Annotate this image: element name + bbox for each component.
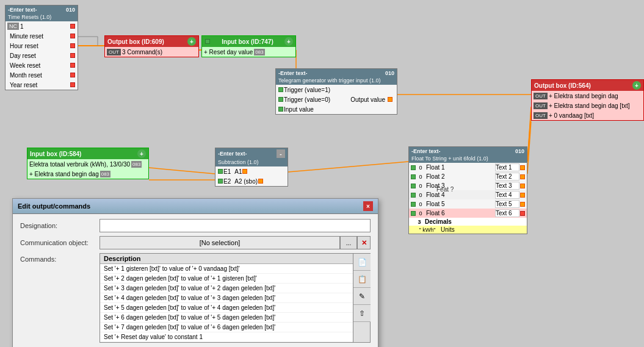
- input-584-title: Input box (ID:584): [30, 151, 81, 157]
- val-badge-584-1: 083: [131, 161, 142, 168]
- f4-text: Text 4: [495, 191, 519, 199]
- edit-output-dialog: Edit output/commands × Designation: Comm…: [12, 198, 378, 347]
- dialog-title: Edit output/commands: [18, 202, 90, 210]
- float-row-2: 0 Float 2 Text 2: [409, 172, 527, 181]
- commands-label: Commands:: [20, 253, 99, 263]
- telegram-inputs: Trigger (value=1) Trigger (value=0) Inpu…: [276, 85, 347, 114]
- node-output-609: Output box (ID:609) + OUT 3 Command(s): [104, 35, 199, 57]
- hour-reset-label: Hour reset: [7, 43, 38, 49]
- dialog-close-button[interactable]: ×: [363, 201, 373, 211]
- designation-input[interactable]: [99, 219, 371, 232]
- f1-text: Text 1: [495, 163, 519, 171]
- command-item-1[interactable]: Set '+ 1 gisteren [txt]' to value of '+ …: [100, 264, 353, 274]
- float-string-title: Float To String + unit 6fold (1.0): [409, 156, 527, 163]
- output-609-plus[interactable]: +: [187, 37, 196, 46]
- time-resets-title: Time Resets (1.0): [5, 14, 78, 21]
- port-f1: [411, 165, 416, 170]
- input-747-title: Input box (ID:747): [222, 38, 273, 45]
- out-badge-564-3: OUT: [534, 112, 548, 119]
- input-747-row: + Reset day value 083: [202, 47, 295, 57]
- cmd-btn-paste[interactable]: 📋: [353, 271, 371, 288]
- output-609-header: Output box (ID:609) +: [105, 36, 198, 47]
- port-year: [70, 82, 75, 87]
- f1-num: 0: [416, 165, 425, 171]
- commands-list: Description Set '+ 1 gisteren [txt]' to …: [99, 253, 353, 343]
- port-f2-out: [520, 174, 525, 179]
- node-float-string: -Enter text- 010 Float To String + unit …: [408, 146, 527, 234]
- f6-text: Text 6: [495, 209, 519, 217]
- node-subtraction: -Enter text- - Subtraction (1.0) E1 E2 A…: [215, 148, 288, 187]
- a2-label: A2 (sbo): [234, 178, 258, 185]
- cmd-btn-edit[interactable]: ✎: [353, 288, 371, 305]
- port-f3: [411, 184, 416, 188]
- command-item-5[interactable]: Set '+ 5 dagen geleden [txt]' to value o…: [100, 303, 353, 313]
- command-item-2[interactable]: Set '+ 2 dagen geleden [txt]' to value o…: [100, 274, 353, 284]
- dialog-body: Designation: Communication object: ... ✕…: [13, 214, 378, 347]
- dialog-titlebar: Edit output/commands ×: [13, 199, 378, 214]
- subtraction-minus[interactable]: -: [277, 149, 285, 158]
- feat-label: Feat ?: [436, 186, 454, 193]
- port-e2: [218, 179, 223, 184]
- f3-label: Float 3: [425, 182, 495, 189]
- cmd-btn-up[interactable]: ⇧: [353, 305, 371, 322]
- units-num: " kWh": [415, 227, 440, 233]
- commands-row: Commands: Description Set '+ 1 gisteren …: [20, 253, 371, 343]
- communication-dots-button[interactable]: ...: [340, 236, 357, 249]
- command-item-7[interactable]: Set '+ 7 dagen geleden [txt]' to value o…: [100, 323, 353, 332]
- input-584-plus[interactable]: +: [137, 149, 146, 158]
- day-reset-row: Day reset: [5, 51, 78, 60]
- telegram-prefix: -Enter text-: [278, 70, 308, 76]
- output-564-plus[interactable]: +: [632, 81, 641, 90]
- port-trigger0: [278, 97, 283, 102]
- subtraction-title: Subtraction (1.0): [215, 159, 288, 166]
- node-time-resets: -Enter text- 010 Time Resets (1.0) NC 1 …: [5, 5, 78, 90]
- communication-clear-button[interactable]: ✕: [357, 236, 371, 249]
- f2-num: 0: [416, 174, 425, 180]
- node-telegram: -Enter text- 010 Telegram generator with…: [275, 68, 397, 115]
- day-reset-label: Day reset: [7, 52, 36, 59]
- out-badge-564-1: OUT: [534, 93, 548, 99]
- sub-a1: A1: [233, 166, 266, 176]
- input-747-value: + Reset day value: [204, 49, 253, 55]
- e2-label: E2: [223, 178, 231, 185]
- output-564-row1: OUT + Elektra stand begin dag: [532, 91, 643, 101]
- units-row: " kWh" Units: [409, 226, 527, 234]
- float-string-header: -Enter text- 010: [409, 147, 527, 156]
- decimals-row: 3 Decimals: [409, 218, 527, 226]
- telegram-input-val: Input value: [276, 104, 347, 114]
- port-out-1: [70, 24, 75, 29]
- commands-buttons: 📄 📋 ✎ ⇧: [353, 253, 371, 343]
- input-747-plus[interactable]: +: [284, 37, 293, 46]
- commands-header-label: Description: [104, 255, 141, 262]
- f2-text: Text 2: [495, 173, 519, 181]
- f5-num: 0: [416, 201, 425, 207]
- subtraction-prefix: -Enter text-: [218, 151, 247, 157]
- input-584-label2: + Elektra stand begin dag: [29, 171, 99, 177]
- port-f4-out: [520, 193, 525, 198]
- e1-label: E1: [223, 168, 231, 175]
- f3-text: Text 3: [495, 182, 519, 190]
- row1-label: 1: [20, 23, 24, 30]
- designation-label: Designation:: [20, 222, 99, 229]
- port-f5-out: [520, 202, 525, 207]
- cmd-btn-copy[interactable]: 📄: [353, 254, 371, 271]
- float-string-prefix: -Enter text-: [411, 148, 441, 154]
- communication-input[interactable]: [99, 236, 340, 249]
- sub-e2: E2: [215, 176, 233, 186]
- input-584-row2: + Elektra stand begin dag 083: [27, 169, 148, 179]
- commands-header: Description: [100, 254, 353, 264]
- command-item-6[interactable]: Set '+ 6 dagen geleden [txt]' to value o…: [100, 313, 353, 323]
- f4-label: Float 4: [425, 191, 495, 198]
- port-trigger1: [278, 87, 283, 92]
- output-564-title: Output box (ID:564): [534, 82, 591, 89]
- port-day: [70, 53, 75, 58]
- command-item-3[interactable]: Set '+ 3 dagen geleden [txt]' to value o…: [100, 284, 353, 293]
- port-minute: [70, 34, 75, 38]
- command-item-8[interactable]: Set '+ Reset day value' to constant 1: [100, 332, 353, 342]
- time-resets-id: 010: [66, 7, 75, 13]
- subtraction-right: A1 A2 (sbo): [233, 166, 266, 186]
- time-resets-header: -Enter text- 010: [5, 5, 78, 14]
- command-item-4[interactable]: Set '+ 4 dagen geleden [txt]' to value o…: [100, 293, 353, 303]
- output-564-label3: + 0 vandaag [txt]: [549, 112, 594, 119]
- output-609-row: OUT 3 Command(s): [105, 47, 198, 57]
